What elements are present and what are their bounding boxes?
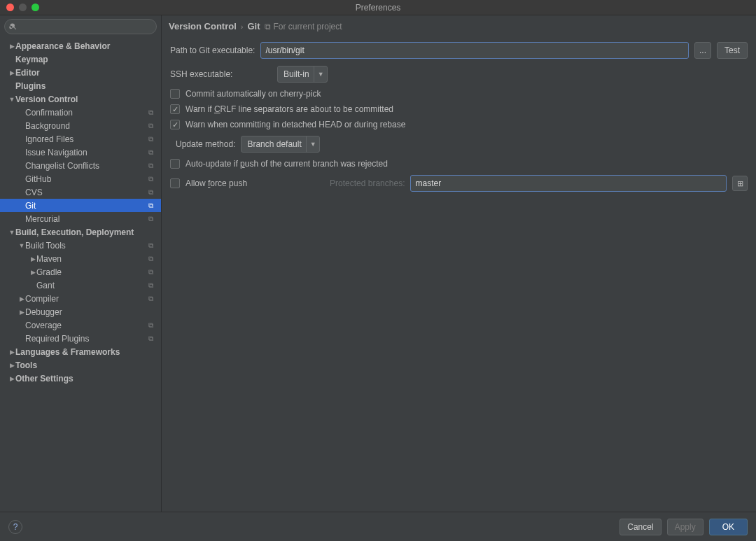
sidebar-item-cvs[interactable]: CVS⧉: [0, 185, 161, 199]
sidebar-item-label: Keymap: [15, 55, 157, 64]
cancel-button[interactable]: Cancel: [620, 519, 661, 535]
settings-panel: Path to Git executable: ... Test SSH exe…: [162, 36, 756, 198]
sidebar-item-version-control[interactable]: ▼Version Control: [0, 92, 161, 106]
tree-arrow-icon: ▶: [8, 362, 15, 369]
close-window-icon[interactable]: [6, 3, 14, 11]
label-git-path: Path to Git executable:: [170, 45, 255, 55]
sidebar-item-compiler[interactable]: ▶Compiler⧉: [0, 292, 161, 305]
sidebar-item-required-plugins[interactable]: Required Plugins⧉: [0, 332, 161, 345]
git-path-input[interactable]: [260, 42, 689, 59]
chk-crlf[interactable]: Warn if CRLF line separators are about t…: [170, 104, 748, 114]
tree-arrow-icon: ▶: [8, 375, 15, 382]
row-ssh: SSH executable: Built-in ▼: [170, 65, 748, 83]
ok-button[interactable]: OK: [709, 519, 748, 535]
chk-auto-label: Auto-update if push of the current branc…: [186, 159, 388, 169]
row-force-push: Allow force push Protected branches: ⊞: [170, 174, 748, 192]
sidebar-item-other-settings[interactable]: ▶Other Settings: [0, 372, 161, 385]
tree-arrow-icon: ▶: [29, 255, 36, 262]
sidebar-item-github[interactable]: GitHub⧉: [0, 172, 161, 185]
sidebar-item-label: Git: [25, 201, 148, 211]
project-scope-icon: ⧉: [148, 148, 157, 157]
expand-list-button[interactable]: ⊞: [732, 176, 748, 191]
test-button[interactable]: Test: [717, 42, 748, 59]
project-scope-icon: ⧉: [148, 281, 157, 290]
search-input[interactable]: [4, 19, 157, 34]
sidebar-item-appearance-behavior[interactable]: ▶Appearance & Behavior: [0, 39, 161, 52]
browse-button[interactable]: ...: [694, 42, 711, 59]
sidebar-item-coverage[interactable]: Coverage⧉: [0, 318, 161, 332]
chk-auto-update[interactable]: Auto-update if push of the current branc…: [170, 159, 748, 169]
sidebar-item-gradle[interactable]: ▶Gradle⧉: [0, 265, 161, 279]
apply-button[interactable]: Apply: [667, 519, 704, 535]
tree-arrow-icon: ▶: [8, 349, 15, 356]
sidebar-item-label: Editor: [15, 68, 157, 78]
project-scope-icon: ⧉: [148, 241, 157, 250]
project-scope-icon: ⧉: [148, 321, 157, 330]
sidebar-item-label: GitHub: [25, 174, 148, 184]
sidebar-item-label: Gradle: [36, 267, 148, 277]
protected-branches-input: [410, 175, 727, 192]
chk-detached[interactable]: Warn when committing in detached HEAD or…: [170, 120, 748, 129]
help-button[interactable]: ?: [8, 520, 22, 534]
footer: ? Cancel Apply OK: [0, 512, 756, 541]
sidebar-item-debugger[interactable]: ▶Debugger: [0, 305, 161, 318]
sidebar-item-plugins[interactable]: Plugins: [0, 79, 161, 92]
row-git-path: Path to Git executable: ... Test: [170, 41, 748, 59]
project-scope-icon: ⧉: [148, 108, 157, 117]
window-controls: [0, 3, 39, 11]
content: ▶Appearance & BehaviorKeymap▶EditorPlugi…: [0, 15, 756, 512]
scope-hint: ⧉ For current project: [265, 22, 342, 31]
checkbox-icon: [170, 178, 180, 188]
sidebar-item-build-tools[interactable]: ▼Build Tools⧉: [0, 239, 161, 252]
sidebar-item-label: Build, Execution, Deployment: [15, 227, 157, 237]
breadcrumb: Version Control › Git ⧉ For current proj…: [162, 15, 756, 36]
sidebar-item-label: Compiler: [25, 294, 148, 304]
copy-icon: ⧉: [265, 22, 271, 31]
search-wrap: [0, 15, 161, 38]
checkbox-icon: [170, 89, 180, 99]
chk-cherry-label: Commit automatically on cherry-pick: [186, 89, 321, 99]
checkbox-checked-icon: [170, 104, 180, 114]
tree-arrow-icon: ▶: [8, 69, 15, 76]
sidebar-item-issue-navigation[interactable]: Issue Navigation⧉: [0, 146, 161, 159]
sidebar-item-label: Mercurial: [25, 214, 148, 224]
sidebar-item-build-execution-deployment[interactable]: ▼Build, Execution, Deployment: [0, 225, 161, 239]
tree-arrow-icon: ▼: [8, 229, 15, 236]
breadcrumb-parent[interactable]: Version Control: [169, 21, 237, 31]
sidebar-item-confirmation[interactable]: Confirmation⧉: [0, 106, 161, 119]
update-method-select[interactable]: Branch default ▼: [241, 136, 319, 153]
project-scope-icon: ⧉: [148, 135, 157, 143]
sidebar-item-git[interactable]: Git⧉: [0, 199, 161, 212]
sidebar-item-label: Languages & Frameworks: [15, 347, 157, 357]
breadcrumb-current: Git: [247, 21, 260, 31]
tree-arrow-icon: ▶: [18, 295, 25, 302]
tree-arrow-icon: ▶: [18, 309, 25, 316]
sidebar-item-maven[interactable]: ▶Maven⧉: [0, 252, 161, 265]
sidebar-item-languages-frameworks[interactable]: ▶Languages & Frameworks: [0, 345, 161, 358]
tree-arrow-icon: ▶: [29, 269, 36, 276]
checkbox-icon: [170, 159, 180, 169]
sidebar-item-ignored-files[interactable]: Ignored Files⧉: [0, 132, 161, 146]
sidebar-item-keymap[interactable]: Keymap: [0, 52, 161, 66]
label-protected: Protected branches:: [330, 178, 405, 188]
sidebar: ▶Appearance & BehaviorKeymap▶EditorPlugi…: [0, 15, 162, 512]
chk-force-push[interactable]: Allow force push: [170, 178, 247, 188]
sidebar-item-editor[interactable]: ▶Editor: [0, 66, 161, 79]
sidebar-item-label: Tools: [15, 360, 157, 370]
sidebar-item-changelist-conflicts[interactable]: Changelist Conflicts⧉: [0, 159, 161, 172]
main-panel: Version Control › Git ⧉ For current proj…: [162, 15, 756, 512]
sidebar-item-tools[interactable]: ▶Tools: [0, 358, 161, 372]
zoom-window-icon[interactable]: [31, 3, 39, 11]
ssh-select[interactable]: Built-in ▼: [277, 66, 328, 83]
chevron-down-icon: ▼: [314, 66, 324, 82]
settings-tree: ▶Appearance & BehaviorKeymap▶EditorPlugi…: [0, 38, 161, 385]
chk-force-label: Allow force push: [186, 178, 247, 188]
project-scope-icon: ⧉: [148, 188, 157, 197]
sidebar-item-label: Gant: [36, 281, 148, 290]
project-scope-icon: ⧉: [148, 162, 157, 170]
sidebar-item-mercurial[interactable]: Mercurial⧉: [0, 212, 161, 225]
sidebar-item-gant[interactable]: Gant⧉: [0, 279, 161, 292]
sidebar-item-background[interactable]: Background⧉: [0, 119, 161, 132]
chevron-down-icon: ▼: [306, 136, 316, 152]
chk-cherry-pick[interactable]: Commit automatically on cherry-pick: [170, 89, 748, 99]
